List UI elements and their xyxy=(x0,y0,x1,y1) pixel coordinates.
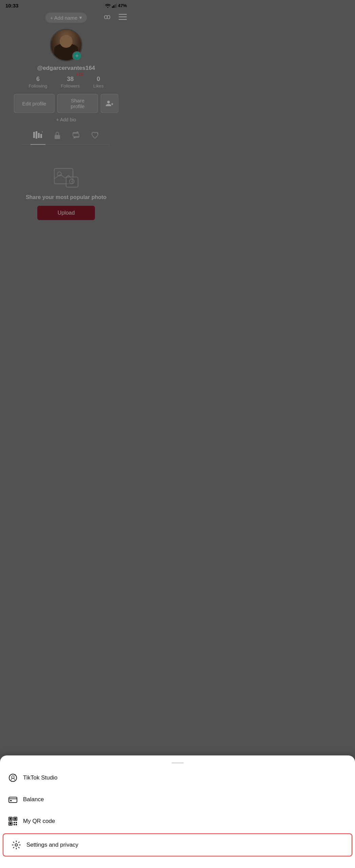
overlay xyxy=(0,0,132,326)
